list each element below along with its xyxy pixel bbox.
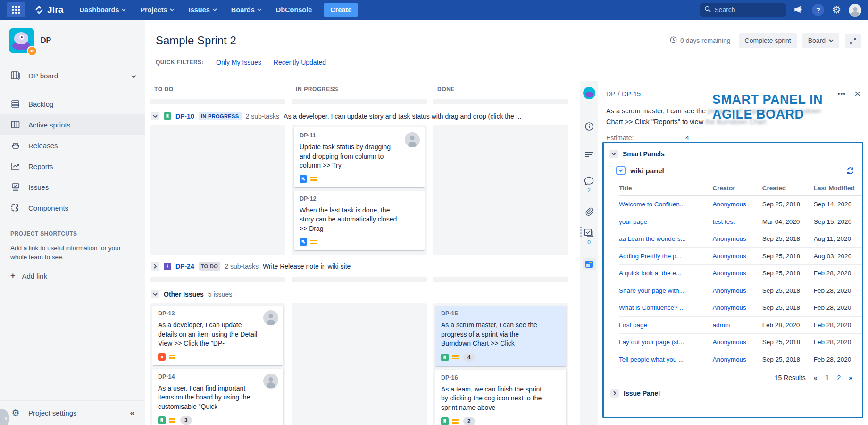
table-row: What is Confluence? ...AnonymousSep 25, … bbox=[619, 299, 862, 317]
table-header-row: Title Creator Created Last Modified bbox=[619, 181, 862, 196]
creator-link[interactable]: Anonymous bbox=[713, 270, 762, 277]
issue-panel-section-toggle[interactable]: Issue Panel bbox=[609, 383, 857, 398]
collapse-swimlane-icon[interactable] bbox=[151, 112, 159, 120]
issue-card-dp16[interactable]: DP-16 As a team, we can finish the sprin… bbox=[435, 370, 566, 425]
jira-logo[interactable]: Jira bbox=[34, 5, 64, 15]
add-link-button[interactable]: + Add link bbox=[0, 262, 145, 290]
issue-card-dp12[interactable]: DP-12 When the last task is done, the st… bbox=[294, 191, 425, 251]
creator-link[interactable]: Anonymous bbox=[713, 356, 762, 363]
sidebar-item-backlog[interactable]: Backlog bbox=[0, 94, 145, 114]
menu-dashboards[interactable]: Dashboards bbox=[80, 6, 126, 14]
menu-projects[interactable]: Projects bbox=[140, 6, 174, 14]
smart-panel-tab[interactable] bbox=[583, 258, 596, 270]
breadcrumb-issue[interactable]: DP-15 bbox=[622, 90, 641, 98]
issue-key-link[interactable]: DP-24 bbox=[175, 263, 194, 270]
column-todo-lane1 bbox=[150, 125, 285, 255]
creator-link[interactable]: Anonymous bbox=[713, 339, 762, 346]
chevron-down-icon[interactable] bbox=[609, 150, 618, 158]
smart-panels-title: Smart Panels bbox=[623, 150, 665, 158]
comments-tab[interactable]: 2 bbox=[580, 177, 598, 194]
issue-card-dp13[interactable]: DP-13 As a developer, I can update detai… bbox=[152, 306, 283, 366]
page-title-link[interactable]: Tell people what you ... bbox=[619, 356, 713, 363]
assignee-avatar[interactable] bbox=[263, 310, 278, 325]
sidebar-item-releases[interactable]: Releases bbox=[0, 135, 145, 156]
filter-recently-updated[interactable]: Recently Updated bbox=[274, 59, 326, 66]
issue-key-link[interactable]: DP-10 bbox=[175, 112, 194, 120]
page-title-link[interactable]: your page bbox=[619, 218, 713, 225]
pagination-page-1[interactable]: 1 bbox=[826, 374, 829, 382]
sidebar-item-components[interactable]: Components bbox=[0, 197, 145, 218]
sidebar-item-board-switcher[interactable]: DP board bbox=[0, 65, 145, 86]
more-actions-icon[interactable]: ••• bbox=[837, 90, 846, 98]
help-icon[interactable]: ? bbox=[812, 4, 824, 16]
menu-issues[interactable]: Issues bbox=[189, 6, 217, 14]
pagination-page-2[interactable]: 2 bbox=[837, 374, 841, 382]
story-type-icon bbox=[441, 354, 449, 361]
issue-card-dp15[interactable]: DP-15 As a scrum master, I can see the p… bbox=[435, 306, 566, 366]
creator-link[interactable]: Anonymous bbox=[713, 287, 762, 294]
issue-card-dp11[interactable]: DP-11 Update task status by dragging and… bbox=[294, 128, 425, 187]
page-title-link[interactable]: A quick look at the e... bbox=[619, 270, 713, 277]
info-icon bbox=[584, 122, 594, 131]
checklist-tab[interactable]: 0 bbox=[580, 229, 598, 246]
creator-link[interactable]: Anonymous bbox=[713, 201, 762, 208]
board-menu-button[interactable]: Board bbox=[802, 33, 839, 48]
project-avatar[interactable]: <> bbox=[9, 28, 34, 53]
sidebar-item-active-sprints[interactable]: Active sprints bbox=[0, 114, 145, 135]
user-avatar[interactable] bbox=[849, 4, 861, 17]
page-title-link[interactable]: What is Confluence? ... bbox=[619, 304, 713, 311]
assignee-avatar[interactable] bbox=[263, 374, 278, 389]
pagination-prev-icon[interactable]: « bbox=[814, 374, 818, 382]
search-input[interactable] bbox=[714, 6, 776, 14]
collapse-sidebar-icon[interactable]: « bbox=[130, 408, 134, 418]
expand-swimlane-icon[interactable] bbox=[151, 262, 159, 271]
project-key: DP bbox=[41, 36, 51, 45]
search-box[interactable] bbox=[700, 3, 786, 17]
creator-link[interactable]: Anonymous bbox=[713, 304, 762, 311]
creator-link[interactable]: Anonymous bbox=[713, 235, 762, 242]
releases-ship-icon bbox=[10, 140, 21, 151]
creator-link[interactable]: admin bbox=[713, 322, 762, 329]
bolt-type-icon bbox=[164, 263, 171, 270]
comment-icon bbox=[584, 177, 594, 186]
pagination-next-icon[interactable]: » bbox=[849, 374, 852, 382]
page-title-link[interactable]: Share your page with... bbox=[619, 287, 713, 294]
backlog-icon bbox=[10, 99, 21, 109]
announcements-icon[interactable] bbox=[794, 5, 804, 15]
sidebar-item-issues[interactable]: Issues bbox=[0, 177, 145, 197]
assignee-avatar[interactable] bbox=[405, 132, 420, 147]
checklist-icon bbox=[584, 229, 594, 238]
creator-link[interactable]: test test bbox=[713, 218, 762, 225]
complete-sprint-button[interactable]: Complete sprint bbox=[739, 33, 797, 48]
project-settings-button[interactable]: ⚙ Project settings « bbox=[0, 400, 145, 425]
refresh-icon[interactable] bbox=[846, 167, 854, 175]
page-title-link[interactable]: First page bbox=[619, 322, 713, 329]
filter-only-my-issues[interactable]: Only My Issues bbox=[216, 59, 261, 66]
issue-card-dp14[interactable]: DP-14 As a user, I can find important it… bbox=[152, 369, 283, 425]
description-tab[interactable] bbox=[580, 151, 598, 158]
resize-handle-dots[interactable] bbox=[580, 227, 582, 237]
collapse-swimlane-icon[interactable] bbox=[151, 290, 159, 298]
menu-dbconsole[interactable]: DbConsole bbox=[276, 6, 312, 14]
page-title-link[interactable]: aa Learn the wonders... bbox=[619, 235, 713, 242]
details-tab[interactable] bbox=[580, 122, 598, 131]
fullscreen-button[interactable] bbox=[845, 34, 861, 48]
page-title-link[interactable]: Welcome to Confluen... bbox=[619, 201, 713, 208]
smart-panels-section-toggle[interactable]: Smart Panels bbox=[609, 149, 857, 161]
wiki-panel-toggle-icon[interactable] bbox=[616, 166, 626, 175]
creator-link[interactable]: Anonymous bbox=[713, 253, 762, 260]
page-title-link[interactable]: Adding Prettify the p... bbox=[619, 253, 713, 260]
settings-gear-icon[interactable]: ⚙ bbox=[832, 5, 841, 15]
create-button[interactable]: Create bbox=[324, 3, 358, 17]
page-title-link[interactable]: Lay out your page (st... bbox=[619, 339, 713, 346]
chevron-right-icon[interactable] bbox=[610, 389, 619, 398]
smart-panels-highlight-box: Smart Panels wiki panel Title Creator Cr… bbox=[602, 142, 863, 418]
card-key: DP-13 bbox=[158, 310, 277, 317]
menu-boards[interactable]: Boards bbox=[231, 6, 262, 14]
attachments-tab[interactable] bbox=[580, 207, 598, 216]
close-icon[interactable]: × bbox=[854, 89, 860, 99]
app-switcher-icon[interactable] bbox=[7, 2, 25, 17]
sidebar-item-reports[interactable]: Reports bbox=[0, 156, 145, 177]
breadcrumb-project[interactable]: DP bbox=[606, 90, 615, 98]
estimate-label: Estimate: bbox=[606, 134, 685, 142]
